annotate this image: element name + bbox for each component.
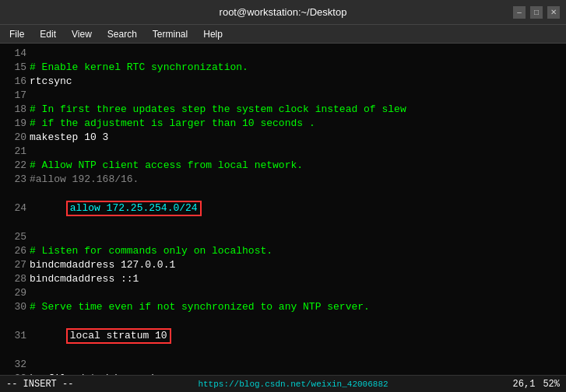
table-row: 14: [5, 47, 561, 61]
table-row: 32: [5, 358, 561, 372]
table-row: 30 # Serve time even if not synchronized…: [5, 300, 561, 314]
status-bar: -- INSERT -- https://blog.csdn.net/weixi…: [0, 375, 566, 392]
table-row: 29: [5, 286, 561, 300]
close-button[interactable]: ✕: [547, 6, 560, 19]
table-row: 16 rtcsync: [5, 75, 561, 89]
table-row: 25: [5, 230, 561, 244]
table-row: 17: [5, 89, 561, 103]
table-row: 23 #allow 192.168/16.: [5, 173, 561, 187]
table-row: 20 makestep 10 3: [5, 131, 561, 145]
menu-view[interactable]: View: [65, 27, 98, 41]
table-row: 21: [5, 145, 561, 159]
title-bar: root@workstation:~/Desktop – □ ✕: [0, 0, 566, 25]
table-row: 19 # if the adjustment is larger than 10…: [5, 117, 561, 131]
menu-help[interactable]: Help: [197, 27, 229, 41]
table-row: 15 # Enable kernel RTC synchronization.: [5, 61, 561, 75]
status-url: https://blog.csdn.net/weixin_42006882: [73, 380, 512, 389]
table-row: 26 # Listen for commands only on localho…: [5, 244, 561, 258]
menu-terminal[interactable]: Terminal: [146, 27, 194, 41]
table-row: 22 # Allow NTP client access from local …: [5, 159, 561, 173]
maximize-button[interactable]: □: [530, 6, 543, 19]
menu-search[interactable]: Search: [101, 27, 143, 41]
table-row: 33 keyfile /etc/chrony.keys: [5, 372, 561, 375]
window-title: root@workstation:~/Desktop: [220, 6, 347, 18]
cursor-position: 26,1: [513, 379, 536, 390]
terminal-content[interactable]: 14 15 # Enable kernel RTC synchronizatio…: [0, 44, 566, 375]
table-row: 24 allow 172.25.254.0/24: [5, 187, 561, 230]
insert-mode-indicator: -- INSERT --: [6, 379, 73, 390]
table-row: 28 bindcmdaddress ::1: [5, 272, 561, 286]
menu-bar: File Edit View Search Terminal Help: [0, 25, 566, 44]
minimize-button[interactable]: –: [513, 6, 526, 19]
window-controls: – □ ✕: [513, 6, 560, 19]
scroll-percent: 52%: [543, 379, 560, 390]
table-row: 31 local stratum 10: [5, 314, 561, 358]
table-row: 18 # In first three updates step the sys…: [5, 103, 561, 117]
menu-edit[interactable]: Edit: [33, 27, 62, 41]
menu-file[interactable]: File: [3, 27, 30, 41]
table-row: 27 bindcmdaddress 127.0.0.1: [5, 258, 561, 272]
